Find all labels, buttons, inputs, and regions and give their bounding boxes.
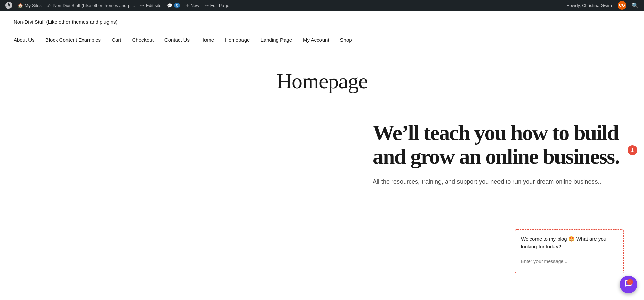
page-title: Homepage: [14, 69, 630, 94]
nav-my-account[interactable]: My Account: [297, 32, 335, 48]
nav-homepage[interactable]: Homepage: [219, 32, 255, 48]
site-header: Non-Divi Stuff (Like other themes and pl…: [0, 11, 644, 48]
nav-landing-page[interactable]: Landing Page: [255, 32, 297, 48]
edit-page-icon: ✏: [205, 3, 209, 8]
nav-checkout[interactable]: Checkout: [126, 32, 159, 48]
nav-home[interactable]: Home: [195, 32, 219, 48]
site-name-label: Non-Divi Stuff (Like other themes and pl…: [53, 3, 135, 8]
hero-section: We’ll teach you how to build and grow an…: [373, 121, 630, 187]
user-avatar[interactable]: CG: [618, 1, 626, 10]
hero-subtext: All the resources, training, and support…: [373, 177, 630, 187]
edit-page-button[interactable]: ✏ Edit Page: [202, 0, 232, 11]
site-title[interactable]: Non-Divi Stuff (Like other themes and pl…: [14, 19, 630, 25]
site-icon: 🖊: [47, 3, 52, 8]
nav-shop[interactable]: Shop: [335, 32, 357, 48]
comments-button[interactable]: 💬 0: [164, 0, 183, 11]
nav-block-content[interactable]: Block Content Examples: [40, 32, 106, 48]
edit-site-button[interactable]: ✏ Edit site: [138, 0, 164, 11]
edit-site-label: Edit site: [146, 3, 161, 8]
chat-notification-count: 1: [631, 147, 633, 153]
main-navigation: About Us Block Content Examples Cart Che…: [14, 32, 630, 48]
main-content: Homepage We’ll teach you how to build an…: [0, 48, 644, 207]
new-label: New: [191, 3, 199, 8]
chat-notification-bubble[interactable]: 1: [628, 145, 637, 155]
nav-cart[interactable]: Cart: [106, 32, 126, 48]
edit-site-icon: ✏: [140, 3, 144, 8]
site-wrapper: Non-Divi Stuff (Like other themes and pl…: [0, 11, 644, 207]
new-content-button[interactable]: + New: [183, 0, 202, 11]
wordpress-icon: [5, 2, 12, 9]
admin-bar: 🏠 My Sites 🖊 Non-Divi Stuff (Like other …: [0, 0, 644, 11]
my-sites-icon: 🏠: [18, 3, 23, 8]
site-name-button[interactable]: 🖊 Non-Divi Stuff (Like other themes and …: [44, 0, 138, 11]
howdy-text: Howdy, Christina Gwira: [564, 3, 615, 8]
new-plus-icon: +: [186, 2, 189, 8]
nav-about-us[interactable]: About Us: [14, 32, 40, 48]
comments-icon: 💬: [167, 3, 172, 8]
wp-logo-button[interactable]: [3, 0, 15, 11]
hero-heading: We’ll teach you how to build and grow an…: [373, 121, 630, 169]
nav-contact-us[interactable]: Contact Us: [159, 32, 195, 48]
my-sites-label: My Sites: [25, 3, 42, 8]
edit-page-label: Edit Page: [210, 3, 229, 8]
my-sites-button[interactable]: 🏠 My Sites: [15, 0, 44, 11]
comments-badge: 0: [174, 3, 180, 8]
search-icon[interactable]: 🔍: [629, 2, 641, 9]
